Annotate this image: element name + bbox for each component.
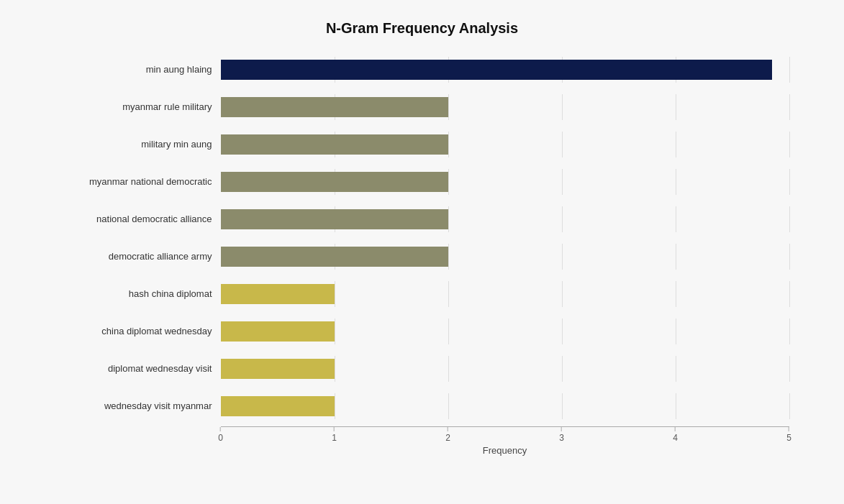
bar-fill bbox=[221, 172, 448, 192]
bar-row: myanmar national democratic bbox=[55, 163, 789, 201]
bar-label: myanmar rule military bbox=[55, 101, 221, 112]
x-tick: 0 bbox=[218, 427, 223, 443]
bar-row: min aung hlaing bbox=[55, 51, 789, 88]
x-tick-label: 5 bbox=[786, 433, 791, 443]
x-axis-label: Frequency bbox=[221, 445, 789, 456]
bar-fill bbox=[221, 247, 448, 267]
x-tick: 3 bbox=[559, 427, 564, 443]
bar-label: national democratic alliance bbox=[55, 214, 221, 224]
bar-fill bbox=[221, 396, 335, 416]
chart-container: N-Gram Frequency Analysis min aung hlain… bbox=[27, 6, 818, 499]
x-axis: 012345 Frequency bbox=[221, 426, 789, 456]
bar-row: wednesday visit myanmar bbox=[55, 388, 789, 425]
x-tick: 1 bbox=[332, 427, 337, 443]
bar-fill bbox=[221, 209, 448, 229]
bar-row: myanmar rule military bbox=[55, 88, 789, 126]
x-tick-label: 3 bbox=[559, 433, 564, 443]
bar-fill bbox=[221, 60, 772, 80]
x-tick: 2 bbox=[445, 427, 450, 443]
bar-row: hash china diplomat bbox=[55, 275, 789, 313]
bar-label: diplomat wednesday visit bbox=[55, 363, 221, 374]
bar-label: min aung hlaing bbox=[55, 64, 221, 75]
bar-fill bbox=[221, 359, 335, 379]
bar-row: diplomat wednesday visit bbox=[55, 350, 789, 388]
x-tick: 5 bbox=[786, 427, 791, 443]
x-tick-label: 0 bbox=[218, 433, 223, 443]
bar-chart: min aung hlaingmyanmar rule militarymili… bbox=[55, 51, 789, 425]
bar-label: myanmar national democratic bbox=[55, 176, 221, 187]
bar-fill bbox=[221, 284, 335, 304]
x-tick-label: 2 bbox=[445, 433, 450, 443]
x-tick-label: 4 bbox=[673, 433, 678, 443]
bar-label: hash china diplomat bbox=[55, 288, 221, 299]
bar-row: china diplomat wednesday bbox=[55, 313, 789, 350]
bar-row: democratic alliance army bbox=[55, 238, 789, 275]
bar-label: democratic alliance army bbox=[55, 251, 221, 262]
x-tick-label: 1 bbox=[332, 433, 337, 443]
x-tick: 4 bbox=[673, 427, 678, 443]
bar-label: china diplomat wednesday bbox=[55, 326, 221, 336]
bar-label: military min aung bbox=[55, 139, 221, 150]
chart-title: N-Gram Frequency Analysis bbox=[55, 20, 789, 37]
bar-fill bbox=[221, 321, 335, 342]
bar-fill bbox=[221, 97, 448, 117]
bar-row: military min aung bbox=[55, 126, 789, 163]
bar-row: national democratic alliance bbox=[55, 201, 789, 238]
bar-fill bbox=[221, 134, 448, 155]
bar-label: wednesday visit myanmar bbox=[55, 400, 221, 411]
